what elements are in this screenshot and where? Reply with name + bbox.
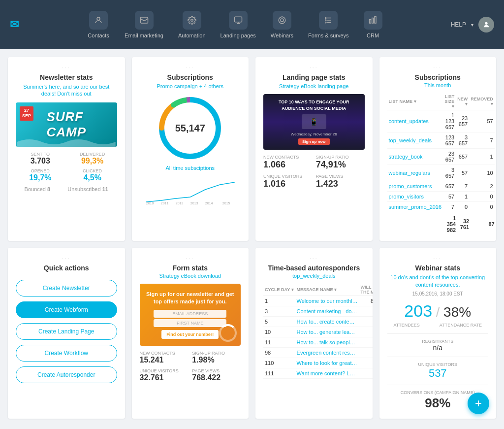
nav-label-contacts: Contacts (88, 33, 109, 38)
registrants-value: n/a (387, 344, 489, 352)
subscriptions-table: LIST NAME ▾ LIST SIZE ▾ NEW ▾ REMOVED ▾ … (387, 93, 495, 233)
auto-col-message: MESSAGE NAME ▾ (295, 284, 359, 296)
autoresponders-card: ··· Time-based autoresponders top_weekly… (255, 248, 373, 419)
page-views-stat: PAGE VIEWS 1.423 (316, 174, 365, 189)
form-new-contacts-value: 15.241 (140, 356, 189, 364)
nav-item-webinars[interactable]: Webinars (265, 7, 299, 42)
total-label (387, 212, 443, 233)
newsletter-card: ··· Newsletter stats Summer's here, and … (8, 57, 125, 241)
svg-point-4 (281, 19, 284, 22)
webinar-main-stat: 203 / 38% ATTENDEES ATTENDANCE RATE (387, 301, 489, 328)
newsletter-footer: Bounced 8 Unsubscribed 11 (16, 186, 117, 192)
card-drag-handle-3[interactable]: ··· (263, 65, 365, 70)
card-drag-handle-4[interactable]: ··· (387, 65, 489, 70)
card-drag-handle-8[interactable]: ··· (387, 256, 489, 261)
delivered-label: DELIVERED (68, 152, 117, 157)
quick-action-button[interactable]: Create Landing Page (16, 323, 117, 340)
svg-point-5 (279, 17, 285, 24)
total-new: 32 761 (456, 212, 469, 233)
form-new-contacts-label: NEW CONTACTS (140, 351, 189, 356)
stat-opened: OPENED 19,7% (16, 168, 65, 182)
webinar-attendees: 203 (404, 301, 432, 320)
page-views-label: PAGE VIEWS (316, 174, 365, 179)
quick-action-button[interactable]: Create Workflow (16, 345, 117, 362)
form-subtitle: Strategy eBook download (140, 273, 241, 279)
svg-point-0 (97, 17, 100, 20)
help-chevron: ▾ (471, 22, 473, 28)
dashboard: ··· Newsletter stats Summer's here, and … (0, 49, 504, 427)
clicked-value: 4,5% (68, 173, 117, 182)
nav-label-email: Email marketing (125, 33, 163, 38)
auto-subtitle: top_weekly_deals (263, 273, 365, 279)
landing-stats-card: ··· Landing page stats Strategy eBook la… (255, 57, 373, 241)
col-new: NEW ▾ (456, 93, 469, 110)
nav-item-contacts[interactable]: Contacts (81, 7, 116, 42)
table-row: webinar_regulars 3 657 57 10 (387, 165, 495, 181)
nav-item-crm[interactable]: CRM (358, 7, 388, 42)
surf-text: SURFCAMP (46, 109, 86, 140)
webinar-date: 15.05.2016, 18:00 EST (387, 291, 489, 297)
svg-text:2014: 2014 (205, 201, 213, 204)
quick-action-button[interactable]: Create Autoresponder (16, 366, 117, 383)
clicked-label: CLICKED (68, 168, 117, 173)
unique-visitors-stat: UNIQUE VISITORS 1.016 (263, 174, 312, 189)
form-name-placeholder: FIRST NAME (154, 319, 226, 327)
form-preview-text: Sign up for our newsletter and get top o… (145, 291, 236, 306)
total-size: 1 354 982 (443, 212, 456, 233)
table-row: top_weekly_deals 123 657 3 657 7 (387, 132, 495, 149)
col-removed: REMOVED ▾ (469, 93, 495, 110)
registrants-label: REGISTRANTS (387, 339, 489, 344)
card-drag-handle-2[interactable]: ··· (140, 65, 241, 70)
fab-button[interactable]: + (468, 393, 489, 414)
nav-label-forms: Forms & surveys (308, 33, 349, 38)
footer: Copyright © 2017 GetResponse. Email Mark… (0, 427, 504, 429)
help-label[interactable]: HELP (451, 21, 466, 28)
card-drag-handle-5[interactable]: ··· (16, 256, 117, 261)
webinar-slash: / (436, 304, 440, 320)
sub-title: Subscriptions (140, 73, 241, 81)
nav-label-landing: Landing pages (220, 33, 256, 38)
nav-label-webinars: Webinars (271, 33, 293, 38)
svg-text:2010: 2010 (146, 201, 154, 204)
table-row: promo_visitors 57 1 0 (387, 192, 495, 202)
quick-action-button[interactable]: Create Newsletter (16, 280, 117, 297)
nav-item-landing[interactable]: Landing pages (215, 7, 262, 42)
nav-item-automation[interactable]: Automation (172, 7, 212, 42)
svg-point-2 (191, 19, 193, 22)
card-drag-handle[interactable]: ··· (16, 65, 117, 70)
all-time-label: All time subsciptions (140, 165, 241, 171)
unique-visitors-label: UNIQUE VISITORS (263, 174, 312, 179)
signup-ratio-value: 74,91% (316, 160, 365, 170)
svg-point-9 (325, 20, 326, 21)
webinar-attendance-rate: 38% (443, 304, 471, 320)
form-signup-ratio: SIGN-UP RATIO 1.98% (192, 351, 241, 364)
nav-label-crm: CRM (367, 33, 379, 38)
quick-action-button[interactable]: Create Webform (16, 301, 117, 318)
form-signup-label: SIGN-UP RATIO (192, 351, 241, 356)
donut-number: 55,147 (175, 123, 205, 134)
table-row: 10 How to... generate leads through cont… (263, 327, 373, 337)
svg-point-16 (485, 22, 487, 25)
nav-item-forms[interactable]: Forms & surveys (302, 7, 355, 42)
top-nav: ✉ Contacts Email marketing A (0, 0, 504, 49)
table-row: 98 Evergreen content resources and how t… (263, 348, 373, 358)
avatar[interactable] (478, 17, 494, 33)
nav-item-email[interactable]: Email marketing (119, 7, 169, 42)
webinar-subtitle: 10 do's and dont's of the top-converting… (387, 274, 489, 289)
svg-rect-15 (375, 17, 376, 24)
opened-value: 19,7% (16, 173, 65, 182)
sent-label: SENT TO (16, 152, 65, 157)
auto-table: CYCLE DAY ▾ MESSAGE NAME ▾ WILL RECEIVET… (263, 284, 373, 379)
card-drag-handle-6[interactable]: ··· (140, 256, 241, 261)
webinar-rate-label: ATTENDANCE RATE (440, 323, 482, 328)
new-contacts-label: NEW CONTACTS (263, 155, 312, 160)
col-list-name: LIST NAME ▾ (387, 93, 443, 110)
svg-text:2012: 2012 (175, 201, 183, 204)
sub-table-card: ··· Subscriptions This month LIST NAME ▾… (379, 57, 497, 241)
card-drag-handle-7[interactable]: ··· (263, 256, 365, 261)
table-row: 5 How to... create content that converts… (263, 317, 373, 327)
signup-ratio-stat: SIGN-UP RATIO 74,91% (316, 155, 365, 170)
stat-clicked: CLICKED 4,5% (68, 168, 117, 182)
sub-table-subtitle: This month (387, 82, 489, 88)
webinar-registrants: REGISTRANTS n/a (387, 339, 489, 352)
